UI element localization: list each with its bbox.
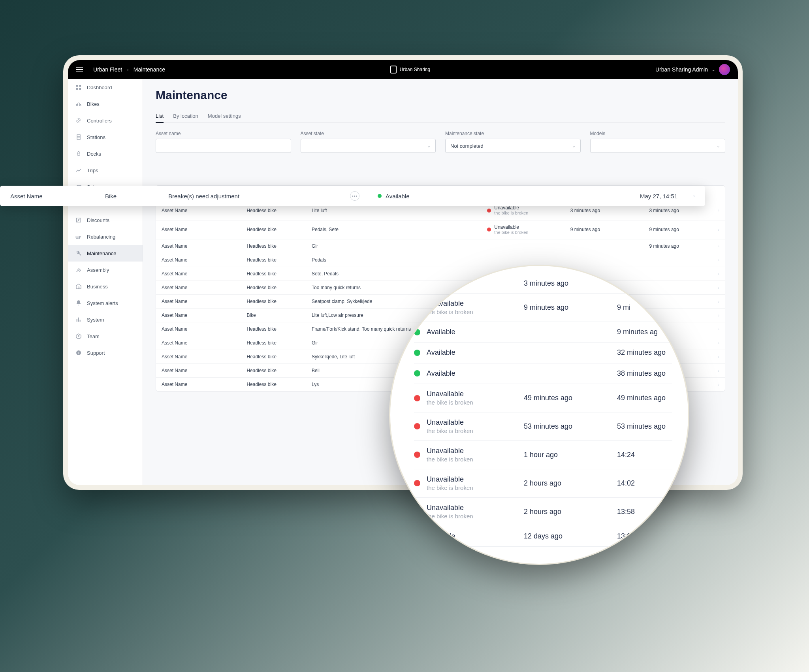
chevron-right-icon: ›: [713, 350, 725, 364]
avatar[interactable]: [719, 64, 730, 75]
cell-asset-type: Headless bike: [241, 267, 306, 281]
sidebar-item-label: Trips: [87, 168, 98, 173]
sidebar-item-dashboard[interactable]: Dashboard: [68, 79, 143, 96]
status-dot-icon: [414, 395, 420, 401]
page-title: Maintenance: [156, 88, 725, 102]
cell-asset-type: Bike: [241, 309, 306, 322]
sidebar-item-trips[interactable]: Trips: [68, 162, 143, 179]
cell-state: [482, 253, 564, 267]
sidebar-item-docks[interactable]: Docks: [68, 145, 143, 162]
cell-asset-name: Asset Name: [156, 295, 241, 309]
user-name[interactable]: Urban Sharing Admin: [655, 66, 708, 73]
svg-rect-3: [79, 88, 81, 90]
chevron-down-icon[interactable]: ⌄: [712, 68, 715, 72]
mag-since: 9 minutes ago: [524, 303, 611, 312]
mag-updated: 32 minutes ago: [617, 348, 666, 357]
sidebar-item-stations[interactable]: Stations: [68, 129, 143, 145]
table-row[interactable]: Asset NameHeadless bikePedals›: [156, 253, 725, 267]
mag-state: Available: [427, 328, 517, 337]
chevron-right-icon: ›: [713, 378, 725, 392]
sidebar-item-label: Maintenance: [87, 250, 116, 256]
floating-row-preview[interactable]: Asset Name Bike Breake(s) need adjustmen…: [0, 186, 705, 206]
asset-name-input[interactable]: [156, 139, 291, 153]
sidebar-item-bikes[interactable]: Bikes: [68, 96, 143, 112]
controllers-icon: [75, 117, 82, 124]
more-icon[interactable]: •••: [350, 191, 359, 201]
maintenance-icon: [75, 250, 82, 257]
cell-asset-type: Headless bike: [241, 322, 306, 336]
sidebar-item-label: Assembly: [87, 267, 109, 273]
sidebar-item-discounts[interactable]: Discounts: [68, 212, 143, 228]
mag-state: Unavailable: [427, 503, 517, 512]
status-dot-icon: [487, 209, 491, 213]
sidebar-item-system[interactable]: System: [68, 311, 143, 328]
rebalancing-icon: [75, 233, 82, 240]
table-row[interactable]: Asset NameHeadless bikePedals, SeteUnava…: [156, 220, 725, 239]
table-row[interactable]: Asset NameHeadless bikeSete, Pedals›: [156, 267, 725, 281]
status-dot-icon: [414, 329, 420, 335]
chevron-right-icon: ›: [713, 220, 725, 239]
magnifier-row: Unavailablethe bike is broken1 hour ago1…: [414, 441, 672, 469]
chevron-right-icon: ›: [713, 364, 725, 378]
status-dot-icon: [414, 370, 420, 376]
sidebar-item-team[interactable]: Team: [68, 328, 143, 344]
models-select[interactable]: ⌄: [590, 139, 726, 153]
cell-asset-type: Headless bike: [241, 350, 306, 364]
status-dot-icon: [414, 350, 420, 356]
status-dot-icon: [487, 228, 491, 232]
cell-updated: [644, 267, 713, 281]
cell-damage: Sete, Pedals: [306, 267, 482, 281]
cell-asset-name: Asset Name: [156, 336, 241, 350]
cell-asset-name: Asset Name: [156, 239, 241, 253]
table-row[interactable]: Asset NameHeadless bikeToo many quick re…: [156, 281, 725, 295]
sidebar-item-system-alerts[interactable]: System alerts: [68, 295, 143, 311]
mag-since: 53 minutes ago: [524, 422, 611, 431]
cell-asset-name: Asset Name: [156, 220, 241, 239]
tab-list[interactable]: List: [156, 110, 164, 123]
sidebar-item-support[interactable]: iSupport: [68, 344, 143, 361]
tab-by-location[interactable]: By location: [173, 110, 198, 122]
assembly-icon: [75, 266, 82, 273]
mag-state: Unavailable: [427, 446, 517, 456]
brand-logo-icon: [390, 66, 397, 73]
sidebar: DashboardBikesControllersStationsDocksTr…: [68, 79, 143, 485]
cell-damage: Pedals, Sete: [306, 220, 482, 239]
cell-updated: 9 minutes ago: [644, 239, 713, 253]
mag-state: Unavailable: [427, 475, 517, 484]
maintenance-state-select[interactable]: Not completed ⌄: [445, 139, 581, 153]
mag-updated: 13:3: [617, 532, 631, 540]
state-sublabel: the bike is broken: [494, 230, 528, 235]
maintenance-state-value: Not completed: [450, 143, 484, 149]
asset-state-select[interactable]: ⌄: [301, 139, 436, 153]
cell-asset-name: Asset Name: [156, 281, 241, 295]
hamburger-icon[interactable]: [76, 67, 85, 72]
breadcrumb-root[interactable]: Urban Fleet: [93, 66, 122, 73]
svg-rect-0: [76, 85, 78, 87]
sidebar-item-label: Controllers: [87, 118, 112, 124]
tab-model-settings[interactable]: Model settings: [208, 110, 241, 122]
sidebar-item-maintenance[interactable]: Maintenance: [68, 245, 143, 262]
cell-damage: Gir: [306, 239, 482, 253]
mag-updated: 14:02: [617, 479, 635, 488]
mag-state: Available: [427, 369, 517, 378]
cell-updated: [644, 295, 713, 309]
table-row[interactable]: Asset NameHeadless bikeGir9 minutes ago›: [156, 239, 725, 253]
chevron-right-icon: ›: [713, 267, 725, 281]
floating-asset-name: Asset Name: [10, 193, 43, 200]
sidebar-item-label: System alerts: [87, 300, 118, 306]
mag-substate: the bike is broken: [427, 456, 517, 463]
magnifier-row: Available38 minutes ago: [414, 363, 672, 384]
mag-updated: 13:58: [617, 508, 635, 516]
mag-since: 3 minutes ago: [524, 279, 611, 288]
mag-substate: the bike is broken: [427, 427, 517, 435]
filters-row: Asset name Asset state ⌄ Maintenance: [156, 131, 725, 153]
cell-asset-name: Asset Name: [156, 378, 241, 392]
sidebar-item-business[interactable]: Business: [68, 278, 143, 295]
sidebar-item-assembly[interactable]: Assembly: [68, 262, 143, 278]
mag-substate: the bike is broken: [427, 512, 517, 520]
cell-updated: 9 minutes ago: [644, 220, 713, 239]
sidebar-item-rebalancing[interactable]: Rebalancing: [68, 228, 143, 245]
sidebar-item-controllers[interactable]: Controllers: [68, 112, 143, 129]
brand-name: Urban Sharing: [400, 67, 430, 72]
cell-damage: Pedals: [306, 253, 482, 267]
